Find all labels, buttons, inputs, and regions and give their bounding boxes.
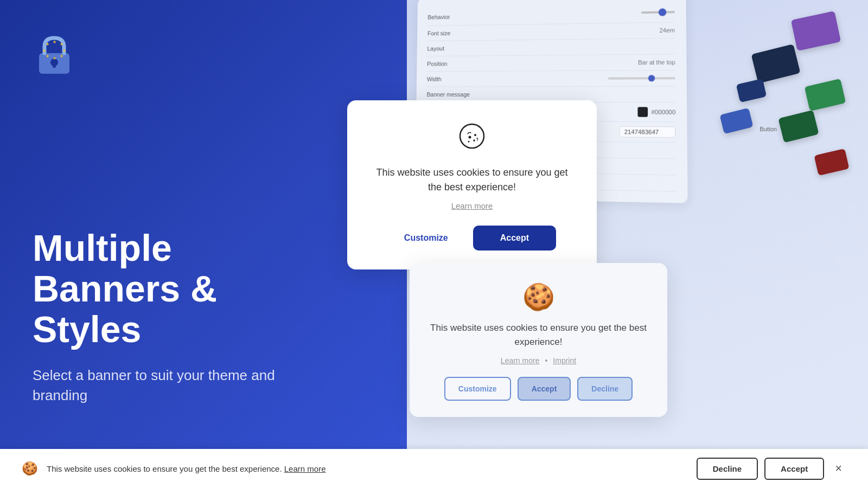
- banner2-dot: •: [545, 356, 547, 365]
- banner2-customize-button[interactable]: Customize: [444, 377, 511, 401]
- banner2-buttons: Customize Accept Decline: [429, 377, 648, 401]
- svg-text:★: ★: [46, 42, 49, 47]
- banner2-imprint[interactable]: Imprint: [553, 356, 576, 365]
- svg-point-17: [468, 141, 470, 143]
- swatch-dark-green: [778, 110, 819, 143]
- settings-layout-label: Layout: [427, 46, 444, 52]
- width-slider[interactable]: [608, 77, 675, 80]
- banner1-buttons: Customize Accept: [369, 226, 575, 251]
- banner2-message: This website uses cookies to ensure you …: [429, 321, 648, 349]
- banner2-accept-button[interactable]: Accept: [518, 377, 571, 401]
- settings-banner-label: Banner message: [426, 91, 470, 98]
- bottom-cookie-bar: 🍪 This website uses cookies to ensure yo…: [0, 449, 868, 488]
- swatch-purple: [791, 11, 841, 51]
- settings-width-label: Width: [427, 76, 442, 82]
- swatch-dark-red: [814, 149, 849, 176]
- banner-2-modal: 🍪 This website uses cookies to ensure yo…: [410, 263, 667, 417]
- bottom-bar-learn-more[interactable]: Learn more: [284, 464, 326, 473]
- banner1-accept-button[interactable]: Accept: [473, 226, 556, 251]
- eu-lock-icon: ★ ★ ★ ★ ★ ★ ★ ★: [33, 33, 76, 76]
- banner1-customize-button[interactable]: Customize: [388, 226, 464, 251]
- banner-1-modal: This website uses cookies to ensure you …: [347, 100, 597, 269]
- color-swatch-black[interactable]: [638, 107, 648, 117]
- svg-point-15: [474, 134, 476, 136]
- svg-text:★: ★: [53, 56, 56, 61]
- svg-point-16: [473, 139, 475, 142]
- svg-rect-4: [53, 62, 56, 68]
- swatch-blue: [719, 108, 753, 134]
- color-value: #000000: [651, 108, 675, 115]
- left-content: ★ ★ ★ ★ ★ ★ ★ ★ Multiple Banners & Style…: [0, 0, 336, 445]
- banner1-learn-more[interactable]: Learn more: [369, 201, 575, 210]
- settings-position-label: Position: [427, 61, 447, 67]
- svg-point-14: [469, 136, 471, 139]
- settings-behavior-control: [641, 8, 675, 18]
- zindex-input[interactable]: 2147483647: [620, 126, 676, 138]
- banner2-decline-button[interactable]: Decline: [577, 377, 633, 401]
- swatch-green: [805, 79, 846, 111]
- button-label-text: Button: [760, 126, 777, 132]
- bottom-bar-message: This website uses cookies to ensure you …: [47, 464, 688, 473]
- swatch-dark-navy: [751, 44, 801, 84]
- svg-text:★: ★: [53, 40, 56, 44]
- banner2-links: Learn more • Imprint: [429, 356, 648, 365]
- swatch-dark-blue: [736, 79, 767, 102]
- settings-fontsize-value: 24em: [659, 27, 675, 34]
- svg-text:★: ★: [60, 54, 63, 59]
- bottom-bar-accept-button[interactable]: Accept: [764, 458, 824, 480]
- hero-title: Multiple Banners & Styles: [33, 228, 304, 349]
- bottom-bar-decline-button[interactable]: Decline: [697, 458, 758, 480]
- svg-text:★: ★: [62, 48, 66, 53]
- settings-position-value: Bar at the top: [638, 59, 675, 66]
- svg-text:★: ★: [60, 42, 63, 47]
- svg-text:★: ★: [42, 48, 46, 53]
- svg-point-13: [460, 124, 484, 148]
- banner1-message: This website uses cookies to ensure you …: [369, 165, 575, 195]
- banner1-cookie-icon: [369, 122, 575, 157]
- bottom-bar-text-content: This website uses cookies to ensure you …: [47, 464, 282, 473]
- settings-behavior-label: Behavior: [427, 14, 450, 20]
- banner2-learn-more[interactable]: Learn more: [501, 356, 540, 365]
- svg-text:★: ★: [46, 54, 49, 59]
- bottom-bar-buttons: Decline Accept ×: [697, 458, 846, 480]
- hero-subtitle: Select a banner to suit your theme and b…: [33, 365, 304, 405]
- settings-fontsize-label: Font size: [427, 30, 450, 36]
- svg-point-1: [659, 8, 667, 16]
- color-swatches-container: [705, 0, 868, 488]
- bottom-bar-close-button[interactable]: ×: [831, 461, 846, 476]
- bottom-bar-cookie-icon: 🍪: [22, 461, 38, 476]
- banner2-cookie-icon: 🍪: [429, 282, 648, 312]
- svg-rect-0: [641, 11, 675, 14]
